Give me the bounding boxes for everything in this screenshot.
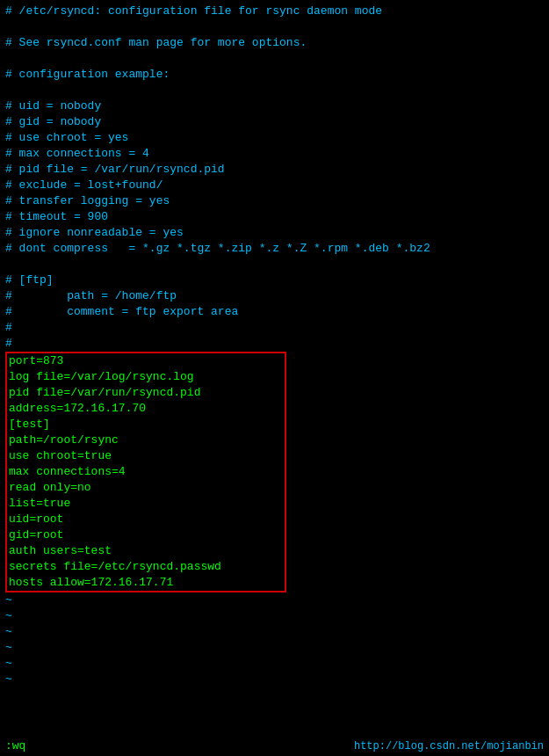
config-line-9: read only=no [9, 480, 283, 496]
config-block: port=873 log file=/var/log/rsync.log pid… [5, 352, 286, 592]
config-line-4: address=172.16.17.70 [9, 401, 283, 417]
line-17 [5, 257, 544, 273]
line-16: # dont compress = *.gz *.tgz *.zip *.z *… [5, 241, 544, 257]
config-line-14: secrets file=/etc/rsyncd.passwd [9, 559, 283, 575]
config-line-15: hosts allow=172.16.17.71 [9, 575, 283, 591]
line-3: # See rsyncd.conf man page for more opti… [5, 35, 544, 51]
terminal-window: # /etc/rsyncd: configuration file for rs… [0, 0, 549, 756]
line-4 [5, 51, 544, 67]
line-12: # exclude = lost+found/ [5, 178, 544, 193]
config-line-1: port=873 [9, 353, 283, 369]
line-10: # max connections = 4 [5, 146, 544, 162]
tilde-4: ~ [5, 640, 544, 656]
config-line-11: uid=root [9, 512, 283, 527]
tilde-2: ~ [5, 608, 544, 624]
tilde-6: ~ [5, 672, 544, 687]
line-20: # comment = ftp export area [5, 304, 544, 320]
line-11: # pid file = /var/run/rsyncd.pid [5, 162, 544, 178]
line-7: # uid = nobody [5, 98, 544, 114]
config-line-12: gid=root [9, 527, 283, 543]
config-line-6: path=/root/rsync [9, 433, 283, 448]
tilde-5: ~ [5, 656, 544, 672]
config-line-3: pid file=/var/run/rsyncd.pid [9, 385, 283, 401]
config-line-10: list=true [9, 496, 283, 512]
line-6 [5, 83, 544, 98]
line-21: # [5, 320, 544, 336]
line-14: # timeout = 900 [5, 209, 544, 225]
config-line-8: max connections=4 [9, 464, 283, 480]
line-15: # ignore nonreadable = yes [5, 225, 544, 241]
line-1: # /etc/rsyncd: configuration file for rs… [5, 4, 544, 19]
config-line-7: use chroot=true [9, 448, 283, 464]
config-line-13: auth users=test [9, 543, 283, 559]
tilde-3: ~ [5, 624, 544, 640]
line-19: # path = /home/ftp [5, 288, 544, 304]
config-line-2: log file=/var/log/rsync.log [9, 369, 283, 385]
url-label: http://blog.csdn.net/mojianbin [354, 740, 544, 752]
tilde-1: ~ [5, 592, 544, 608]
line-13: # transfer logging = yes [5, 193, 544, 209]
config-line-5: [test] [9, 417, 283, 433]
line-18: # [ftp] [5, 273, 544, 288]
command-input[interactable]: :wq [5, 738, 25, 754]
line-9: # use chroot = yes [5, 130, 544, 146]
line-2 [5, 19, 544, 35]
line-22: # [5, 336, 544, 352]
line-5: # configuration example: [5, 67, 544, 83]
bottom-bar: :wq http://blog.csdn.net/mojianbin [0, 737, 549, 756]
line-8: # gid = nobody [5, 114, 544, 130]
